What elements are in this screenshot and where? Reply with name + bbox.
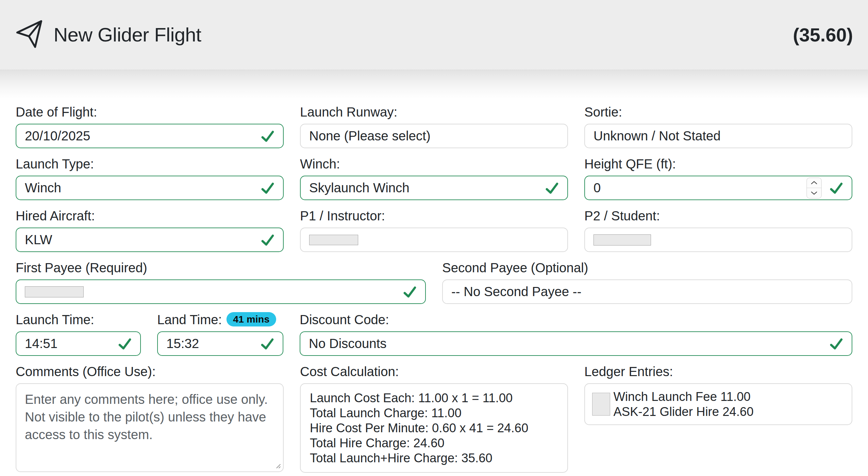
launch-type-select[interactable]: Winch xyxy=(16,176,284,200)
stepper-down-icon[interactable] xyxy=(807,188,821,198)
launch-type-group: Launch Type: Winch xyxy=(16,156,284,200)
glider-flight-form: Date of Flight: 20/10/2025 Launch Runway… xyxy=(0,98,868,473)
launch-time-group: Launch Time: 14:51 xyxy=(16,312,141,356)
p1-instructor-input[interactable] xyxy=(300,228,568,252)
launch-runway-select[interactable]: None (Please select) xyxy=(300,124,568,148)
total-charge: (35.60) xyxy=(793,24,853,46)
cost-line: Total Hire Charge: 24.60 xyxy=(310,436,558,450)
header-shadow xyxy=(0,70,868,98)
winch-label: Winch: xyxy=(300,156,568,172)
sortie-select[interactable]: Unknown / Not Stated xyxy=(584,124,852,148)
discount-code-label: Discount Code: xyxy=(300,312,852,328)
height-qfe-group: Height QFE (ft): 0 xyxy=(584,156,852,200)
check-icon xyxy=(402,285,417,299)
winch-group: Winch: Skylaunch Winch xyxy=(300,156,568,200)
height-qfe-input[interactable]: 0 xyxy=(584,176,852,200)
sortie-label: Sortie: xyxy=(584,104,852,120)
duration-badge: 41 mins xyxy=(226,312,276,327)
date-of-flight-group: Date of Flight: 20/10/2025 xyxy=(16,104,284,148)
send-icon xyxy=(13,18,46,51)
first-payee-label: First Payee (Required) xyxy=(16,260,426,276)
discount-code-select[interactable]: No Discounts xyxy=(300,331,852,356)
first-payee-select[interactable] xyxy=(16,279,426,304)
ledger-entries-group: Ledger Entries: Winch Launch Fee 11.00 A… xyxy=(584,364,852,425)
hired-aircraft-label: Hired Aircraft: xyxy=(16,208,284,224)
p1-instructor-group: P1 / Instructor: xyxy=(300,208,568,252)
stepper-up-icon[interactable] xyxy=(807,178,821,188)
second-payee-label: Second Payee (Optional) xyxy=(442,260,852,276)
redacted-value xyxy=(309,235,358,245)
date-of-flight-input[interactable]: 20/10/2025 xyxy=(16,124,284,148)
discount-code-group: Discount Code: No Discounts xyxy=(300,312,852,356)
number-stepper[interactable] xyxy=(807,178,822,199)
p2-student-input[interactable] xyxy=(584,228,852,252)
cost-line: Total Launch Charge: 11.00 xyxy=(310,406,558,420)
land-time-input[interactable]: 15:32 xyxy=(157,331,283,356)
p1-instructor-label: P1 / Instructor: xyxy=(300,208,568,224)
height-qfe-label: Height QFE (ft): xyxy=(584,156,852,172)
land-time-label: Land Time: xyxy=(157,312,222,328)
launch-runway-label: Launch Runway: xyxy=(300,104,568,120)
ledger-item: Winch Launch Fee 11.00 xyxy=(613,389,754,404)
ledger-entries-panel: Winch Launch Fee 11.00 ASK-21 Glider Hir… xyxy=(584,383,852,425)
cost-calculation-group: Cost Calculation: Launch Cost Each: 11.0… xyxy=(300,364,568,473)
hired-aircraft-select[interactable]: KLW xyxy=(16,228,284,252)
ledger-entries-label: Ledger Entries: xyxy=(584,364,852,379)
p2-student-group: P2 / Student: xyxy=(584,208,852,252)
cost-line: Launch Cost Each: 11.00 x 1 = 11.00 xyxy=(310,390,558,406)
check-icon xyxy=(829,337,844,351)
comments-group: Comments (Office Use): xyxy=(16,364,284,472)
winch-select[interactable]: Skylaunch Winch xyxy=(300,176,568,200)
second-payee-group: Second Payee (Optional) -- No Second Pay… xyxy=(442,260,852,304)
cost-calculation-label: Cost Calculation: xyxy=(300,364,568,379)
check-icon xyxy=(117,337,132,351)
cost-line: Total Launch+Hire Charge: 35.60 xyxy=(310,450,558,466)
comments-label: Comments (Office Use): xyxy=(16,364,284,379)
ledger-item: ASK-21 Glider Hire 24.60 xyxy=(613,404,754,419)
cost-line: Hire Cost Per Minute: 0.60 x 41 = 24.60 xyxy=(310,420,558,436)
resize-handle-icon[interactable] xyxy=(273,461,281,469)
check-icon xyxy=(545,181,559,195)
page-title: New Glider Flight xyxy=(54,24,201,46)
launch-runway-group: Launch Runway: None (Please select) xyxy=(300,104,568,148)
launch-type-label: Launch Type: xyxy=(16,156,284,172)
check-icon xyxy=(260,181,275,195)
second-payee-select[interactable]: -- No Second Payee -- xyxy=(442,279,852,304)
launch-time-label: Launch Time: xyxy=(16,312,141,328)
check-icon xyxy=(260,233,275,247)
land-time-group: Land Time: 41 mins 15:32 xyxy=(157,312,283,356)
check-icon xyxy=(260,129,275,143)
cost-calculation-panel: Launch Cost Each: 11.00 x 1 = 11.00 Tota… xyxy=(300,383,568,473)
page-header: New Glider Flight (35.60) xyxy=(0,0,868,70)
first-payee-group: First Payee (Required) xyxy=(16,260,426,304)
sortie-group: Sortie: Unknown / Not Stated xyxy=(584,104,852,148)
redacted-value xyxy=(25,286,84,298)
check-icon xyxy=(829,181,844,195)
hired-aircraft-group: Hired Aircraft: KLW xyxy=(16,208,284,252)
comments-textarea[interactable] xyxy=(16,383,284,472)
p2-student-label: P2 / Student: xyxy=(584,208,852,224)
launch-time-input[interactable]: 14:51 xyxy=(16,331,141,356)
redacted-value xyxy=(593,234,651,245)
date-of-flight-label: Date of Flight: xyxy=(16,104,284,120)
check-icon xyxy=(260,337,275,351)
redacted-value xyxy=(592,393,610,416)
